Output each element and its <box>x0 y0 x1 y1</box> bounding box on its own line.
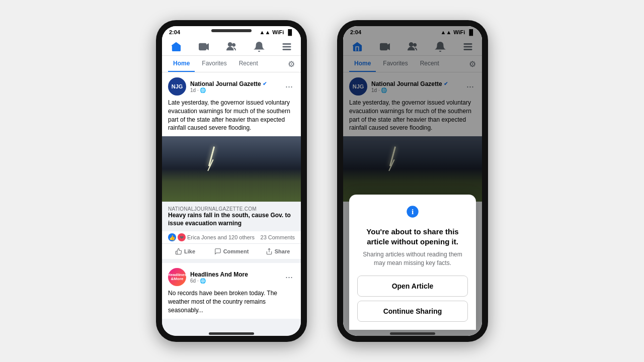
reactions-row-1: 👍 ❤ Erica Jones and 120 others 23 Commen… <box>162 231 301 243</box>
svg-point-1 <box>228 43 232 46</box>
nav-bar-1 <box>162 37 301 56</box>
nav-bell-1[interactable] <box>250 40 269 53</box>
svg-point-2 <box>232 44 235 47</box>
svg-rect-5 <box>283 49 291 50</box>
comment-btn-1[interactable]: Comment <box>208 245 255 258</box>
like-emoji: 👍 <box>168 233 176 241</box>
reactions-left-1: 👍 ❤ Erica Jones and 120 others <box>168 233 255 241</box>
post-card-2: Headlines&More Headlines And More 6d · 🌐… <box>162 263 301 318</box>
post-text-1: Late yesterday, the governor issued volu… <box>162 99 301 136</box>
open-article-button[interactable]: Open Article <box>357 276 468 297</box>
avatar-njg: NJG <box>168 77 186 96</box>
tabs-filter-1[interactable]: ⚙ <box>288 59 295 69</box>
tabs-bar-1: Home Favorites Recent ⚙ <box>162 56 301 72</box>
svg-text:i: i <box>412 207 414 216</box>
author-info-2: Headlines And More 6d · 🌐 <box>190 271 283 284</box>
post-more-1[interactable]: ··· <box>283 81 295 92</box>
post-more-2[interactable]: ··· <box>283 272 295 283</box>
post-card-1: NJG National Journal Gazette ✔ 1d · 🌐 ··… <box>162 72 301 259</box>
overlay-subtitle: Sharing articles without reading them ma… <box>357 250 468 267</box>
post-meta-1: 1d · 🌐 <box>190 87 283 93</box>
status-icons-1: ▲▲ WiFi ▐▌ <box>260 29 294 35</box>
feed-1: NJG National Journal Gazette ✔ 1d · 🌐 ··… <box>162 72 301 336</box>
phone-2-screen: 2:04 ▲▲ WiFi ▐▌ <box>343 26 482 336</box>
tab-favorites-1[interactable]: Favorites <box>197 56 231 72</box>
link-preview-1: NATIONALJOURNALGAZETTE.COM Heavy rains f… <box>162 202 301 231</box>
like-label-1: Like <box>184 248 195 254</box>
signal-icon: ▲▲ <box>260 29 271 35</box>
svg-rect-3 <box>283 44 291 45</box>
author-name-1: National Journal Gazette ✔ <box>190 80 283 87</box>
nav-menu-1[interactable] <box>277 40 296 53</box>
overlay-title: You're about to share this article witho… <box>357 227 468 246</box>
tab-recent-1[interactable]: Recent <box>234 56 263 72</box>
post-header-2: Headlines&More Headlines And More 6d · 🌐… <box>162 263 301 289</box>
post-image-1 <box>162 136 301 202</box>
continue-sharing-button[interactable]: Continue Sharing <box>357 301 468 322</box>
share-warning-overlay: i You're about to share this article wit… <box>349 195 476 330</box>
heart-emoji: ❤ <box>178 233 186 241</box>
share-label-1: Share <box>275 248 290 254</box>
like-btn-1[interactable]: Like <box>162 245 208 258</box>
post-meta-2: 6d · 🌐 <box>190 278 283 284</box>
verified-icon-1: ✔ <box>263 81 267 86</box>
lightning-effect <box>208 146 214 166</box>
phone-2: 2:04 ▲▲ WiFi ▐▌ <box>337 20 488 342</box>
reactions-count-1: Erica Jones and 120 others <box>187 234 255 240</box>
wifi-icon: WiFi <box>272 29 284 35</box>
tab-home-1[interactable]: Home <box>168 56 195 72</box>
nav-home-1[interactable] <box>167 40 186 53</box>
post-text-2: No records have been broken today. The w… <box>162 289 301 318</box>
phones-container: 2:04 ▲▲ WiFi ▐▌ <box>156 20 488 342</box>
link-title-1: Heavy rains fall in the south, cause Gov… <box>168 212 295 227</box>
status-bar-1: 2:04 ▲▲ WiFi ▐▌ <box>162 26 301 37</box>
share-btn-1[interactable]: Share <box>255 245 301 258</box>
comment-label-1: Comment <box>223 248 249 254</box>
info-icon: i <box>357 205 468 222</box>
author-info-1: National Journal Gazette ✔ 1d · 🌐 <box>190 80 283 93</box>
avatar-headlines: Headlines&More <box>168 268 186 286</box>
nav-friends-1[interactable] <box>222 40 241 53</box>
svg-rect-4 <box>283 46 291 47</box>
post-header-1: NJG National Journal Gazette ✔ 1d · 🌐 ··… <box>162 72 301 99</box>
actions-row-1: Like Comment Share <box>162 243 301 259</box>
link-domain-1: NATIONALJOURNALGAZETTE.COM <box>168 206 295 212</box>
nav-video-1[interactable] <box>194 40 213 53</box>
author-name-2: Headlines And More <box>190 271 283 278</box>
svg-rect-0 <box>199 44 206 50</box>
phone-1-screen: 2:04 ▲▲ WiFi ▐▌ <box>162 26 301 336</box>
phone-1: 2:04 ▲▲ WiFi ▐▌ <box>156 20 307 342</box>
comments-count-1: 23 Comments <box>261 234 295 240</box>
status-time-1: 2:04 <box>169 29 180 35</box>
battery-icon: ▐▌ <box>286 29 294 35</box>
